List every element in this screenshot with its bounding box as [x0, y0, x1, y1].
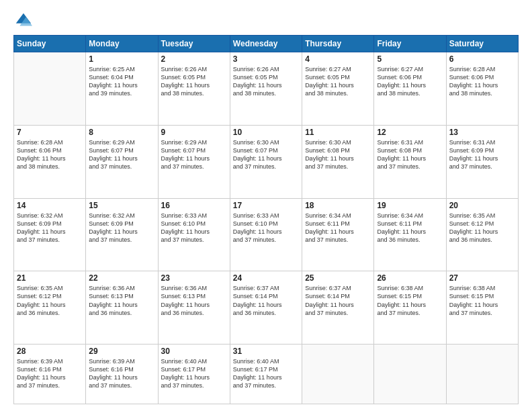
day-number: 24 [233, 273, 299, 283]
day-cell: 29Sunrise: 6:39 AM Sunset: 6:16 PM Dayli… [86, 345, 158, 404]
day-cell: 25Sunrise: 6:37 AM Sunset: 6:14 PM Dayli… [302, 271, 374, 345]
day-number: 13 [449, 128, 515, 137]
day-cell: 8Sunrise: 6:29 AM Sunset: 6:07 PM Daylig… [86, 125, 158, 198]
day-info: Sunrise: 6:28 AM Sunset: 6:06 PM Dayligh… [449, 65, 515, 98]
day-info: Sunrise: 6:33 AM Sunset: 6:10 PM Dayligh… [161, 212, 227, 244]
day-number: 31 [233, 347, 299, 356]
calendar-table: SundayMondayTuesdayWednesdayThursdayFrid… [13, 35, 519, 404]
day-number: 20 [449, 201, 515, 210]
day-number: 18 [305, 201, 371, 210]
day-info: Sunrise: 6:29 AM Sunset: 6:07 PM Dayligh… [161, 138, 227, 171]
day-info: Sunrise: 6:32 AM Sunset: 6:09 PM Dayligh… [17, 212, 83, 244]
day-info: Sunrise: 6:30 AM Sunset: 6:07 PM Dayligh… [233, 138, 299, 171]
weekday-friday: Friday [374, 36, 446, 52]
day-number: 26 [377, 273, 443, 283]
weekday-header-row: SundayMondayTuesdayWednesdayThursdayFrid… [14, 36, 519, 52]
day-cell: 6Sunrise: 6:28 AM Sunset: 6:06 PM Daylig… [446, 52, 518, 126]
day-info: Sunrise: 6:35 AM Sunset: 6:12 PM Dayligh… [17, 284, 83, 317]
header [13, 11, 519, 30]
day-cell: 11Sunrise: 6:30 AM Sunset: 6:08 PM Dayli… [302, 125, 374, 198]
day-number: 1 [89, 54, 154, 64]
day-cell: 9Sunrise: 6:29 AM Sunset: 6:07 PM Daylig… [158, 125, 230, 198]
day-number: 9 [161, 128, 227, 137]
day-info: Sunrise: 6:27 AM Sunset: 6:05 PM Dayligh… [305, 65, 371, 98]
day-cell: 31Sunrise: 6:40 AM Sunset: 6:17 PM Dayli… [230, 345, 302, 404]
day-info: Sunrise: 6:25 AM Sunset: 6:04 PM Dayligh… [89, 65, 154, 98]
day-info: Sunrise: 6:35 AM Sunset: 6:12 PM Dayligh… [449, 212, 515, 244]
day-info: Sunrise: 6:30 AM Sunset: 6:08 PM Dayligh… [305, 138, 371, 171]
weekday-sunday: Sunday [14, 36, 86, 52]
day-number: 12 [377, 128, 443, 137]
day-info: Sunrise: 6:40 AM Sunset: 6:17 PM Dayligh… [161, 357, 227, 390]
weekday-wednesday: Wednesday [230, 36, 302, 52]
logo-icon [13, 11, 32, 30]
day-cell [14, 52, 86, 126]
weekday-thursday: Thursday [302, 36, 374, 52]
day-info: Sunrise: 6:38 AM Sunset: 6:15 PM Dayligh… [377, 284, 443, 317]
day-number: 2 [161, 54, 227, 64]
day-info: Sunrise: 6:36 AM Sunset: 6:13 PM Dayligh… [89, 284, 154, 317]
page: SundayMondayTuesdayWednesdayThursdayFrid… [0, 0, 532, 411]
day-number: 27 [449, 273, 515, 283]
day-cell [446, 345, 518, 404]
day-number: 14 [17, 201, 83, 210]
day-info: Sunrise: 6:26 AM Sunset: 6:05 PM Dayligh… [233, 65, 299, 98]
day-cell: 26Sunrise: 6:38 AM Sunset: 6:15 PM Dayli… [374, 271, 446, 345]
day-cell: 12Sunrise: 6:31 AM Sunset: 6:08 PM Dayli… [374, 125, 446, 198]
day-cell: 5Sunrise: 6:27 AM Sunset: 6:06 PM Daylig… [374, 52, 446, 126]
day-info: Sunrise: 6:26 AM Sunset: 6:05 PM Dayligh… [161, 65, 227, 98]
week-row-1: 1Sunrise: 6:25 AM Sunset: 6:04 PM Daylig… [14, 52, 519, 126]
day-cell: 7Sunrise: 6:28 AM Sunset: 6:06 PM Daylig… [14, 125, 86, 198]
day-info: Sunrise: 6:29 AM Sunset: 6:07 PM Dayligh… [89, 138, 154, 171]
day-cell: 10Sunrise: 6:30 AM Sunset: 6:07 PM Dayli… [230, 125, 302, 198]
day-info: Sunrise: 6:40 AM Sunset: 6:17 PM Dayligh… [233, 357, 299, 390]
day-info: Sunrise: 6:28 AM Sunset: 6:06 PM Dayligh… [17, 138, 83, 171]
day-number: 5 [377, 54, 443, 64]
day-info: Sunrise: 6:27 AM Sunset: 6:06 PM Dayligh… [377, 65, 443, 98]
day-number: 28 [17, 347, 83, 356]
day-number: 29 [89, 347, 154, 356]
week-row-2: 7Sunrise: 6:28 AM Sunset: 6:06 PM Daylig… [14, 125, 519, 198]
day-number: 4 [305, 54, 371, 64]
day-number: 23 [161, 273, 227, 283]
day-number: 22 [89, 273, 154, 283]
weekday-saturday: Saturday [446, 36, 518, 52]
day-number: 15 [89, 201, 154, 210]
day-number: 17 [233, 201, 299, 210]
weekday-tuesday: Tuesday [158, 36, 230, 52]
day-cell: 19Sunrise: 6:34 AM Sunset: 6:11 PM Dayli… [374, 198, 446, 271]
day-number: 25 [305, 273, 371, 283]
day-info: Sunrise: 6:37 AM Sunset: 6:14 PM Dayligh… [233, 284, 299, 317]
week-row-4: 21Sunrise: 6:35 AM Sunset: 6:12 PM Dayli… [14, 271, 519, 345]
day-number: 19 [377, 201, 443, 210]
day-cell: 16Sunrise: 6:33 AM Sunset: 6:10 PM Dayli… [158, 198, 230, 271]
day-cell: 21Sunrise: 6:35 AM Sunset: 6:12 PM Dayli… [14, 271, 86, 345]
day-cell: 18Sunrise: 6:34 AM Sunset: 6:11 PM Dayli… [302, 198, 374, 271]
day-cell: 3Sunrise: 6:26 AM Sunset: 6:05 PM Daylig… [230, 52, 302, 126]
day-cell: 28Sunrise: 6:39 AM Sunset: 6:16 PM Dayli… [14, 345, 86, 404]
day-info: Sunrise: 6:38 AM Sunset: 6:15 PM Dayligh… [449, 284, 515, 317]
day-info: Sunrise: 6:34 AM Sunset: 6:11 PM Dayligh… [377, 212, 443, 244]
day-cell: 23Sunrise: 6:36 AM Sunset: 6:13 PM Dayli… [158, 271, 230, 345]
day-cell: 20Sunrise: 6:35 AM Sunset: 6:12 PM Dayli… [446, 198, 518, 271]
day-cell: 15Sunrise: 6:32 AM Sunset: 6:09 PM Dayli… [86, 198, 158, 271]
day-cell: 14Sunrise: 6:32 AM Sunset: 6:09 PM Dayli… [14, 198, 86, 271]
day-number: 11 [305, 128, 371, 137]
day-cell: 24Sunrise: 6:37 AM Sunset: 6:14 PM Dayli… [230, 271, 302, 345]
week-row-5: 28Sunrise: 6:39 AM Sunset: 6:16 PM Dayli… [14, 345, 519, 404]
day-cell [302, 345, 374, 404]
day-number: 8 [89, 128, 154, 137]
weekday-monday: Monday [86, 36, 158, 52]
day-cell: 30Sunrise: 6:40 AM Sunset: 6:17 PM Dayli… [158, 345, 230, 404]
day-number: 6 [449, 54, 515, 64]
day-cell: 13Sunrise: 6:31 AM Sunset: 6:09 PM Dayli… [446, 125, 518, 198]
day-cell: 22Sunrise: 6:36 AM Sunset: 6:13 PM Dayli… [86, 271, 158, 345]
day-info: Sunrise: 6:33 AM Sunset: 6:10 PM Dayligh… [233, 212, 299, 244]
day-info: Sunrise: 6:37 AM Sunset: 6:14 PM Dayligh… [305, 284, 371, 317]
day-cell: 27Sunrise: 6:38 AM Sunset: 6:15 PM Dayli… [446, 271, 518, 345]
day-info: Sunrise: 6:36 AM Sunset: 6:13 PM Dayligh… [161, 284, 227, 317]
day-info: Sunrise: 6:39 AM Sunset: 6:16 PM Dayligh… [17, 357, 83, 390]
day-info: Sunrise: 6:31 AM Sunset: 6:09 PM Dayligh… [449, 138, 515, 171]
day-cell: 4Sunrise: 6:27 AM Sunset: 6:05 PM Daylig… [302, 52, 374, 126]
day-number: 30 [161, 347, 227, 356]
